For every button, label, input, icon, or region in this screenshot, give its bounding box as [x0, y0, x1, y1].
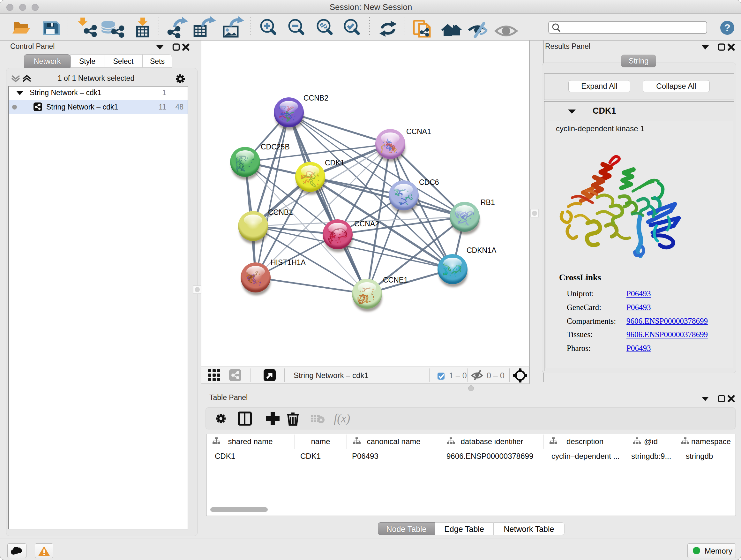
svg-text:CCNB2: CCNB2 [304, 94, 328, 102]
svg-text:RB1: RB1 [481, 198, 495, 206]
svg-text:String Network – cdk1: String Network – cdk1 [293, 371, 368, 380]
svg-text:CCNA1: CCNA1 [406, 127, 431, 136]
svg-text:CCNB1: CCNB1 [268, 208, 293, 216]
svg-text:0 – 0: 0 – 0 [487, 371, 504, 380]
svg-text:CDC25B: CDC25B [261, 143, 290, 151]
svg-text:CCNA2: CCNA2 [354, 220, 379, 228]
svg-text:CDC6: CDC6 [419, 178, 439, 186]
svg-text:f(x): f(x) [334, 412, 350, 425]
svg-text:1 – 0: 1 – 0 [449, 371, 467, 380]
svg-text:CDK1: CDK1 [325, 159, 344, 167]
svg-text:HIST1H1A: HIST1H1A [271, 258, 306, 266]
svg-text:CCNE1: CCNE1 [383, 276, 408, 284]
svg-text:CDKN1A: CDKN1A [467, 246, 496, 254]
